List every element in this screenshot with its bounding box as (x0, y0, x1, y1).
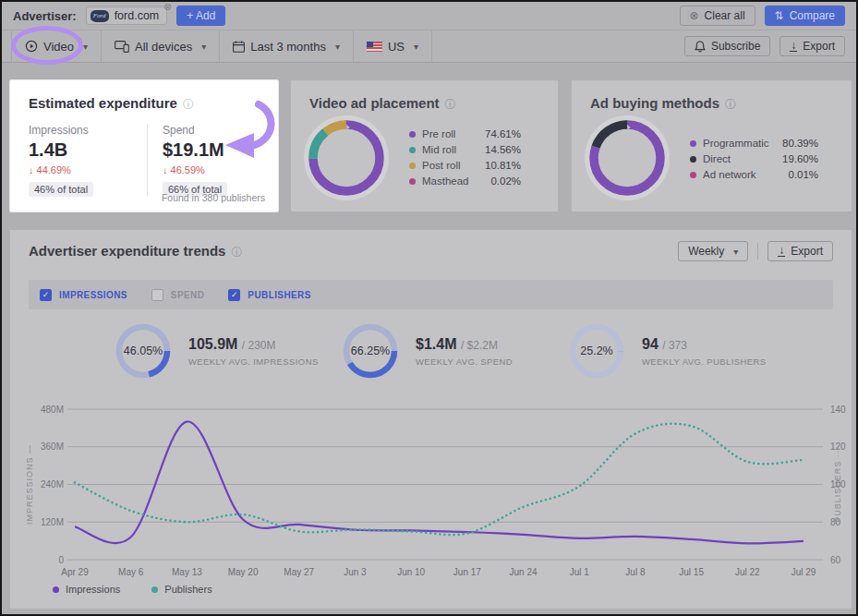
info-icon[interactable] (440, 95, 456, 111)
svg-text:Apr 29: Apr 29 (61, 567, 89, 577)
advertiser-tag[interactable]: Ford ford.com ⊗ (86, 6, 168, 25)
ford-logo: Ford (91, 10, 109, 22)
legend-publishers[interactable]: Publishers (151, 584, 211, 595)
svg-text:PUBLISHERS ···: PUBLISHERS ··· (833, 446, 842, 523)
info-icon[interactable] (225, 243, 242, 259)
filter-devices[interactable]: All devices (102, 30, 220, 62)
download-icon: ↓ (790, 41, 797, 53)
spend-change: ↓ 46.59% (163, 164, 260, 175)
buying-donut-chart[interactable] (583, 114, 671, 202)
impressions-label: Impressions (29, 124, 147, 137)
bell-icon (695, 41, 706, 53)
legend-item: Masthead0.02% (409, 175, 521, 187)
svg-text:60: 60 (830, 555, 841, 565)
legend-dot (690, 156, 696, 163)
expenditure-trends-card: Advertiser expenditure trends Weekly ↓ E… (9, 229, 852, 610)
legend-item: Programmatic80.39% (690, 138, 818, 149)
svg-text:Jun 24: Jun 24 (510, 567, 538, 577)
download-icon: ↓ (778, 246, 785, 258)
legend-item: Mid roll14.56% (409, 144, 521, 155)
spend-gauge[interactable]: 66.25% (342, 322, 399, 380)
card-title: Ad buying methods (572, 80, 852, 113)
video-ad-placement-card: Video ad placement Pre roll74.61% Mid ro… (290, 79, 559, 212)
clear-all-button[interactable]: ⊗ Clear all (680, 6, 755, 26)
svg-text:Jun 10: Jun 10 (397, 567, 425, 577)
svg-text:480M: 480M (41, 405, 64, 415)
toggle-impressions[interactable]: IMPRESSIONS (40, 289, 127, 301)
top-bar: Advertiser: Ford ford.com ⊗ + Add ⊗ Clea… (2, 2, 856, 30)
divider (757, 243, 758, 260)
impressions-share-badge: 46% of total (29, 182, 93, 197)
info-icon[interactable] (177, 95, 194, 111)
legend-item: Direct19.60% (690, 153, 818, 164)
spend-label: Spend (163, 124, 260, 137)
svg-text:240M: 240M (41, 479, 64, 489)
estimated-expenditure-card: Estimated expenditure Impressions 1.4B ↓… (9, 79, 279, 212)
compare-icon: ⇅ (775, 10, 784, 21)
trends-export-button[interactable]: ↓ Export (767, 241, 833, 261)
compare-button[interactable]: ⇅ Compare (765, 6, 845, 26)
placement-legend: Pre roll74.61% Mid roll14.56% Post roll1… (409, 128, 521, 191)
svg-text:Jul 22: Jul 22 (735, 567, 760, 577)
legend-dot (53, 586, 59, 593)
gauge-caption: WEEKLY AVG. IMPRESSIONS (188, 356, 319, 367)
legend-dot (690, 140, 696, 147)
svg-text:Jun 17: Jun 17 (453, 567, 481, 577)
export-button[interactable]: ↓ Export (779, 36, 845, 56)
adclarity-dashboard: Advertiser: Ford ford.com ⊗ + Add ⊗ Clea… (0, 0, 858, 616)
publishers-gauge-group: 25.2% 94 / 373WEEKLY AVG. PUBLISHERS (568, 322, 766, 380)
legend-item: Ad network0.01% (690, 169, 818, 180)
svg-text:Jul 29: Jul 29 (792, 567, 816, 577)
filter-bar: Video All devices Last 3 months US Subsc… (2, 30, 856, 63)
advertiser-label: Advertiser: (13, 9, 77, 23)
calendar-icon (233, 41, 245, 53)
legend-impressions[interactable]: Impressions (53, 584, 120, 595)
checkbox-icon (228, 289, 240, 301)
checkbox-icon (151, 289, 163, 301)
series-toggle-bar: IMPRESSIONS SPEND PUBLISHERS (29, 280, 833, 309)
legend-dot (409, 131, 416, 138)
legend-item: Post roll10.81% (409, 160, 521, 171)
card-title: Estimated expenditure (10, 80, 278, 113)
us-flag-icon (367, 42, 382, 52)
impressions-gauge[interactable]: 46.05% (115, 322, 172, 380)
svg-text:Jun 3: Jun 3 (344, 567, 367, 577)
remove-advertiser-icon[interactable]: ⊗ (163, 2, 172, 12)
impressions-gauge-group: 46.05% 105.9M / 230MWEEKLY AVG. IMPRESSI… (115, 322, 319, 380)
subscribe-button[interactable]: Subscribe (684, 36, 770, 56)
legend-dot (151, 586, 158, 593)
clear-icon: ⊗ (690, 9, 699, 22)
legend-dot (690, 172, 696, 178)
gauge-value: $1.4M / $2.2M (416, 336, 513, 353)
svg-text:IMPRESSIONS —: IMPRESSIONS — (25, 444, 34, 525)
legend-item: Pre roll74.61% (409, 128, 521, 139)
filter-media-type[interactable]: Video (11, 30, 102, 62)
interval-dropdown[interactable]: Weekly (678, 241, 748, 261)
toggle-spend[interactable]: SPEND (151, 289, 204, 301)
svg-text:Jul 1: Jul 1 (570, 567, 590, 577)
buying-legend: Programmatic80.39% Direct19.60% Ad netwo… (690, 138, 818, 185)
legend-dot (409, 147, 416, 153)
play-circle-icon (25, 40, 38, 53)
svg-text:Jul 15: Jul 15 (679, 567, 704, 577)
legend-dot (409, 178, 416, 185)
checkbox-icon (40, 289, 52, 301)
publishers-gauge[interactable]: 25.2% (568, 322, 625, 380)
impressions-change: ↓ 44.69% (29, 164, 147, 175)
trend-chart[interactable]: 060120M80240M100360M120480M140Apr 29May … (10, 398, 853, 583)
filter-country[interactable]: US (354, 30, 432, 62)
svg-text:120M: 120M (41, 517, 64, 527)
filter-date-range[interactable]: Last 3 months (220, 30, 354, 62)
gauge-value: 94 / 373 (642, 336, 766, 353)
spend-gauge-group: 66.25% $1.4M / $2.2MWEEKLY AVG. SPEND (342, 322, 513, 380)
gauge-caption: WEEKLY AVG. PUBLISHERS (642, 356, 766, 367)
spend-value: $19.1M (163, 139, 260, 161)
toggle-publishers[interactable]: PUBLISHERS (228, 289, 310, 301)
legend-dot (409, 163, 416, 169)
info-icon[interactable] (719, 95, 736, 111)
add-advertiser-button[interactable]: + Add (176, 6, 225, 26)
svg-text:May 27: May 27 (284, 567, 314, 577)
svg-text:140: 140 (830, 405, 846, 415)
trend-chart-legend: Impressions Publishers (53, 584, 212, 595)
placement-donut-chart[interactable] (302, 114, 391, 202)
